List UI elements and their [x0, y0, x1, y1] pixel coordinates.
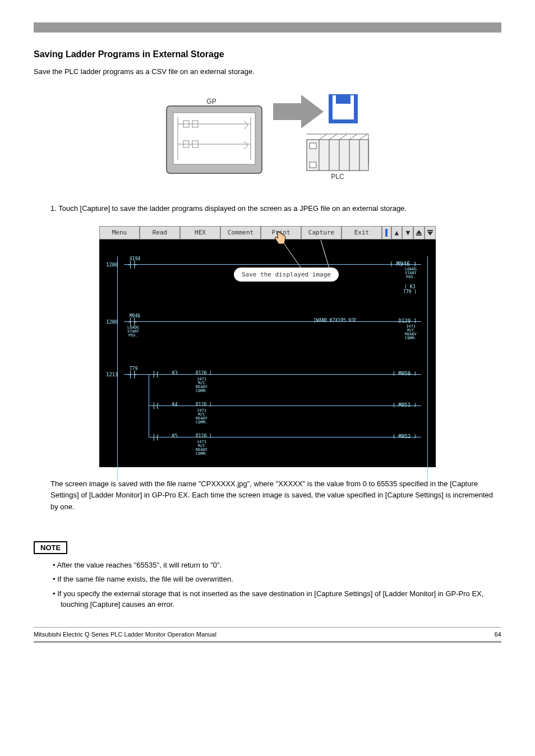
svg-marker-33 [416, 230, 422, 234]
svg-rect-23 [310, 162, 316, 168]
rung-number: 1200 [106, 262, 118, 268]
exit-button[interactable]: Exit [342, 226, 382, 239]
svg-text:GP: GP [206, 98, 216, 105]
footer-title: Mitsubishi Electric Q Series PLC Ladder … [34, 631, 216, 638]
read-button[interactable]: Read [140, 226, 180, 239]
svg-rect-34 [416, 234, 422, 236]
svg-line-28 [349, 134, 357, 140]
scroll-down-button[interactable]: ▼ [402, 226, 413, 239]
hand-cursor-icon [273, 229, 288, 248]
note-item: • If the same file name exists, the file… [61, 574, 501, 585]
note-item: • After the value reaches "65535", it wi… [61, 560, 501, 571]
concept-diagram: GP PLC [34, 89, 501, 181]
section-title: Saving Ladder Programs in External Stora… [34, 49, 501, 59]
svg-marker-11 [273, 95, 324, 128]
svg-rect-35 [427, 230, 433, 231]
rung-number: 1206 [106, 319, 118, 325]
svg-rect-21 [359, 140, 368, 170]
svg-rect-20 [349, 140, 359, 170]
scrollbar-icon [382, 226, 391, 239]
hex-button[interactable]: HEX [180, 226, 220, 239]
intro-text: Save the PLC ladder programs as a CSV fi… [34, 66, 501, 78]
svg-line-29 [359, 134, 367, 140]
svg-rect-13 [336, 95, 350, 104]
page-number: 64 [495, 631, 501, 638]
comment-button[interactable]: Comment [220, 226, 261, 239]
svg-marker-36 [427, 232, 433, 236]
svg-rect-22 [310, 143, 316, 149]
step-1: 1. Touch [Capture] to save the ladder pr… [50, 203, 501, 215]
note-item: • If you specify the external storage th… [61, 588, 501, 610]
page-up-button[interactable] [413, 226, 425, 239]
svg-rect-17 [319, 140, 329, 170]
note-label: NOTE [34, 541, 67, 554]
capture-button[interactable]: Capture [301, 226, 342, 239]
rung-number: 1211 [106, 372, 118, 377]
svg-line-26 [329, 134, 337, 140]
ladder-monitor-screenshot: Menu Read HEX Comment Print Capture Exit… [99, 226, 436, 467]
svg-rect-19 [339, 140, 349, 170]
svg-line-25 [319, 134, 327, 140]
page-down-button[interactable] [425, 226, 436, 239]
scroll-up-button[interactable]: ▲ [391, 226, 403, 239]
svg-line-27 [339, 134, 347, 140]
svg-text:PLC: PLC [331, 173, 344, 179]
svg-rect-32 [385, 229, 388, 237]
menu-button[interactable]: Menu [99, 226, 140, 239]
svg-rect-18 [329, 140, 339, 170]
